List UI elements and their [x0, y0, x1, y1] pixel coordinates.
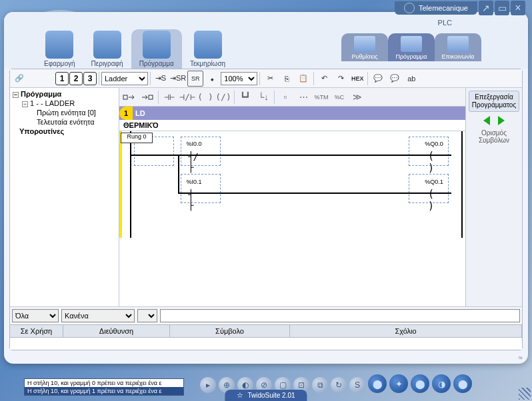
- sr-button[interactable]: SR: [187, 71, 203, 87]
- undo-button[interactable]: ↶: [316, 71, 332, 87]
- program-tree[interactable]: −Πρόγραμμα −1 - - LADDER Πρώτη ενότητα […: [10, 88, 119, 306]
- view-3-button[interactable]: 3: [83, 72, 97, 85]
- comment2-button[interactable]: 💬: [387, 71, 403, 87]
- symbol-grid-header: Σε Χρήση Διεύθυνση Σύμβολο Σχόλιο: [10, 324, 522, 338]
- copy-button[interactable]: ⎘: [279, 71, 295, 87]
- action-circle-2[interactable]: ✦: [389, 374, 408, 393]
- paste-button[interactable]: 📋: [295, 71, 311, 87]
- rung-label: Rung 0: [121, 133, 153, 143]
- tool-circle-1[interactable]: ▸: [200, 377, 216, 393]
- coil-q01[interactable]: %Q0.1 ( ): [422, 180, 446, 206]
- prev-arrow[interactable]: [483, 116, 490, 125]
- filter-none-select[interactable]: Κανένα: [61, 309, 135, 322]
- erase-button[interactable]: ⬥: [204, 71, 220, 87]
- tool-circle-7[interactable]: ⧉: [312, 377, 328, 393]
- hex-button[interactable]: HEX: [349, 71, 365, 87]
- filter-all-select[interactable]: Όλα: [12, 309, 59, 322]
- resize-handle[interactable]: [519, 388, 531, 400]
- insert-rung-button[interactable]: [121, 89, 138, 105]
- brand-label: Telemecanique: [395, 1, 477, 15]
- filter-input[interactable]: [160, 309, 520, 322]
- coil-neg-button[interactable]: (/): [215, 89, 232, 105]
- more-button[interactable]: ≫: [349, 89, 366, 105]
- nav-application[interactable]: Εφαρμογή: [36, 29, 83, 69]
- action-circle-1[interactable]: ⬤: [368, 374, 387, 393]
- view-2-button[interactable]: 2: [69, 72, 83, 85]
- maximize-button[interactable]: ▭: [495, 1, 509, 15]
- message-line-1[interactable]: Η στήλη 10, και γραμμή 0 πρέπει να περιέ…: [25, 379, 183, 387]
- redo-button[interactable]: ↷: [333, 71, 349, 87]
- next-arrow[interactable]: [498, 116, 505, 125]
- comment3-button[interactable]: ab: [403, 71, 419, 87]
- col-inuse[interactable]: Σε Χρήση: [10, 325, 63, 337]
- tool-circle-9[interactable]: S: [349, 377, 365, 393]
- section-header: 1 LD: [119, 107, 465, 120]
- action-circle-4[interactable]: ◑: [432, 374, 451, 393]
- nav-description[interactable]: Περιγραφή: [83, 29, 131, 69]
- tree-subroutines[interactable]: Υπορουτίνες: [11, 127, 117, 136]
- ladder-editor[interactable]: 1 LD ΘΕΡΜΙΚΌ Rung 0: [119, 107, 465, 306]
- compare-button[interactable]: ⋯: [295, 89, 312, 105]
- zoom-select[interactable]: 100%: [221, 72, 257, 85]
- tree-first-unit[interactable]: Πρώτη ενότητα [0]: [11, 108, 117, 117]
- tree-root[interactable]: −Πρόγραμμα: [11, 89, 117, 99]
- subtab-program[interactable]: Πρόγραμμα: [388, 33, 435, 61]
- expand-chevron-icon[interactable]: ≈: [518, 353, 523, 362]
- subtab-comm[interactable]: Επικοινωνία: [435, 33, 481, 61]
- minimize-button[interactable]: ↗: [479, 1, 493, 15]
- append-rung-button[interactable]: [139, 89, 156, 105]
- symbol-def-label[interactable]: Ορισμός Συμβόλων: [469, 129, 519, 144]
- nav-program[interactable]: Πρόγραμμα: [131, 29, 182, 69]
- insert-sr-button[interactable]: ⇥SR: [169, 71, 187, 87]
- hlink-button[interactable]: ┗┛: [237, 89, 254, 105]
- message-line-2[interactable]: Η στήλη 10, και γραμμή 1 πρέπει να περιέ…: [25, 387, 183, 395]
- col-symbol[interactable]: Σύμβολο: [170, 325, 290, 337]
- language-select[interactable]: Ladder: [101, 72, 148, 85]
- close-button[interactable]: ×: [511, 1, 525, 15]
- block-button[interactable]: ▫: [277, 89, 294, 105]
- cut-button[interactable]: ✂: [262, 71, 278, 87]
- coil-q00[interactable]: %Q0.0 ( ): [422, 142, 446, 169]
- tm-button[interactable]: %TM: [313, 89, 330, 105]
- app-footer: TwidoSuite 2.01: [225, 390, 307, 401]
- nav-documentation[interactable]: Τεκμηρίωση: [182, 29, 233, 69]
- col-comment[interactable]: Σχόλιο: [290, 325, 522, 337]
- contact-nc-button[interactable]: ⊣/⊢: [179, 89, 196, 105]
- tree-ladder-section[interactable]: −1 - - LADDER: [11, 99, 117, 108]
- svg-rect-1: [149, 95, 153, 99]
- comment-button[interactable]: 💬: [370, 71, 386, 87]
- tool-circle-8[interactable]: ↻: [331, 377, 347, 393]
- coil-button[interactable]: ( ): [197, 89, 214, 105]
- svg-rect-0: [123, 95, 127, 99]
- action-circle-3[interactable]: ⬤: [411, 374, 429, 393]
- subtab-settings[interactable]: Ρυθμίσεις: [341, 33, 388, 61]
- message-panel[interactable]: Η στήλη 10, και γραμμή 0 πρέπει να περιέ…: [24, 378, 184, 396]
- contact-no-button[interactable]: ⊣⊢: [161, 89, 178, 105]
- insert-section-button[interactable]: ⇥S: [153, 71, 169, 87]
- ctr-button[interactable]: %C: [331, 89, 348, 105]
- plc-label: PLC: [438, 19, 452, 27]
- edit-program-button[interactable]: Επεξεργασία Προγράμματος: [469, 91, 519, 112]
- tree-last-unit[interactable]: Τελευταία ενότητα: [11, 117, 117, 127]
- link-icon[interactable]: 🔗: [11, 71, 27, 87]
- action-circle-5[interactable]: ⬤: [453, 374, 472, 393]
- view-1-button[interactable]: 1: [55, 72, 69, 85]
- contact-i00[interactable]: %I0.0 ┤/├: [182, 142, 206, 169]
- rung-title: ΘΕΡΜΙΚΌ: [119, 120, 465, 131]
- contact-i01[interactable]: %I0.1 ┤ ├: [182, 180, 206, 206]
- col-address[interactable]: Διεύθυνση: [63, 325, 170, 337]
- filter-extra-select[interactable]: [137, 309, 157, 322]
- vlink-button[interactable]: └↓: [255, 89, 272, 105]
